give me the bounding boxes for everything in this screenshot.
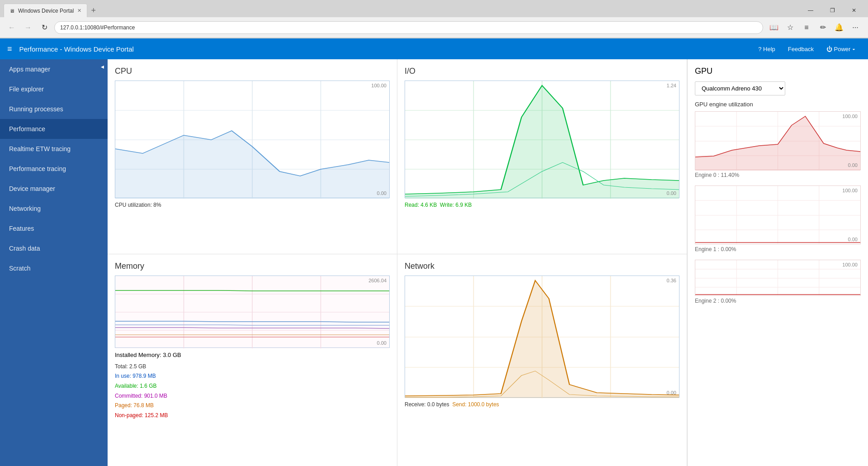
- power-button[interactable]: ⏻ Power ▾: [821, 44, 861, 54]
- gpu-engine-2-chart: 100.00: [695, 260, 861, 296]
- back-button[interactable]: ←: [5, 21, 18, 34]
- header-actions: ? Help Feedback ⏻ Power ▾: [753, 44, 861, 54]
- gpu-engine-1-svg: [695, 186, 860, 245]
- hub-button[interactable]: ≡: [799, 20, 814, 35]
- sidebar-item-apps-manager[interactable]: Apps manager: [0, 59, 108, 79]
- sidebar-item-device-manager[interactable]: Device manager: [0, 179, 108, 199]
- cpu-label: CPU utilization: 8%: [115, 202, 390, 208]
- network-max: 0.36: [667, 278, 676, 283]
- network-title: Network: [405, 262, 679, 271]
- gpu-title: GPU: [695, 67, 861, 76]
- help-button[interactable]: ? Help: [753, 44, 781, 54]
- gpu-engine-1-max: 100.00: [842, 188, 858, 193]
- gpu-engine-1: 100.00 0.00 Engine 1 : 0.00%: [695, 185, 861, 252]
- mem-committed: Committed: 901.0 MB: [115, 391, 390, 401]
- memory-title: Memory: [115, 262, 390, 271]
- app-header: ≡ Performance - Windows Device Portal ? …: [0, 38, 868, 59]
- network-label: Receive: 0.0 bytes Send: 1000.0 bytes: [405, 401, 679, 408]
- tab-favicon: 🖥: [9, 8, 14, 14]
- sidebar-item-crash-data[interactable]: Crash data: [0, 238, 108, 258]
- gpu-panel: GPU Qualcomm Adreno 430 GPU engine utili…: [687, 59, 868, 466]
- cpu-min: 0.00: [377, 190, 387, 196]
- io-read-label: Read: 4.6 KB: [405, 202, 437, 208]
- active-tab: 🖥 Windows Device Portal ✕: [4, 4, 87, 17]
- more-button[interactable]: ···: [848, 20, 863, 35]
- mem-available: Available: 1.6 GB: [115, 381, 390, 391]
- tab-title: Windows Device Portal: [18, 8, 74, 14]
- cpu-chart-svg: [115, 81, 389, 199]
- io-chart-svg: [405, 81, 679, 199]
- notifications-button[interactable]: 🔔: [832, 20, 846, 35]
- close-button[interactable]: ✕: [844, 4, 864, 17]
- io-min: 0.00: [667, 190, 676, 196]
- gpu-engine-0-chart: 100.00 0.00: [695, 111, 861, 170]
- svg-marker-27: [405, 281, 679, 398]
- tab-close-button[interactable]: ✕: [77, 8, 81, 14]
- network-receive-label: Receive: 0.0 bytes: [405, 401, 449, 408]
- mem-paged: Paged: 76.8 MB: [115, 401, 390, 411]
- forward-button[interactable]: →: [22, 21, 34, 34]
- refresh-button[interactable]: ↻: [38, 21, 51, 34]
- gpu-engine-2-label: Engine 2 : 0.00%: [695, 298, 861, 304]
- minimize-button[interactable]: —: [800, 4, 821, 17]
- web-note-button[interactable]: ✏: [816, 20, 830, 35]
- gpu-engine-0-min: 0.00: [848, 162, 858, 168]
- feedback-button[interactable]: Feedback: [783, 44, 819, 54]
- cpu-title: CPU: [115, 67, 390, 76]
- network-send-label: Send: 1000.0 bytes: [452, 401, 499, 408]
- app-title: Performance - Windows Device Portal: [19, 45, 746, 53]
- tab-bar: 🖥 Windows Device Portal ✕ + — ❐ ✕: [0, 0, 868, 17]
- installed-memory-label: Installed Memory: 3.0 GB: [115, 352, 390, 358]
- mem-nonpaged: Non-paged: 125.2 MB: [115, 411, 390, 421]
- sidebar-item-performance-tracing[interactable]: Performance tracing: [0, 159, 108, 179]
- network-chart: 0.36 0.00: [405, 276, 679, 398]
- memory-chart-svg: [115, 276, 389, 348]
- gpu-engine-1-min: 0.00: [848, 237, 858, 242]
- svg-marker-13: [405, 86, 679, 199]
- memory-panel: Memory 2606.04 0.00: [108, 254, 397, 466]
- network-panel: Network 0.36 0.00: [397, 254, 687, 466]
- url-input[interactable]: [54, 21, 763, 34]
- sidebar-item-features[interactable]: Features: [0, 219, 108, 238]
- memory-stats: Total: 2.5 GB In use: 978.9 MB Available…: [115, 362, 390, 421]
- sidebar-item-running-processes[interactable]: Running processes: [0, 99, 108, 119]
- cpu-chart: 100.00 0.00: [115, 81, 390, 198]
- sidebar-item-networking[interactable]: Networking: [0, 199, 108, 219]
- gpu-selector[interactable]: Qualcomm Adreno 430: [695, 81, 785, 95]
- io-chart: 1.24 0.00: [405, 81, 679, 198]
- performance-main: CPU 100.00 0.00: [108, 59, 687, 466]
- sidebar: ◂ Apps manager File explorer Running pro…: [0, 59, 108, 466]
- mem-total: Total: 2.5 GB: [115, 362, 390, 372]
- memory-max: 2606.04: [368, 278, 387, 283]
- io-panel: I/O 1.24 0.00: [397, 59, 687, 254]
- gpu-engine-0-label: Engine 0 : 11.40%: [695, 172, 861, 178]
- new-tab-button[interactable]: +: [87, 6, 99, 15]
- gpu-engine-utilization-title: GPU engine utilization: [695, 101, 861, 108]
- menu-button[interactable]: ≡: [7, 44, 12, 54]
- maximize-button[interactable]: ❐: [822, 4, 843, 17]
- sidebar-item-realtime-etw[interactable]: Realtime ETW tracing: [0, 139, 108, 159]
- content-area: CPU 100.00 0.00: [108, 59, 868, 466]
- io-max: 1.24: [667, 83, 676, 88]
- main-layout: ◂ Apps manager File explorer Running pro…: [0, 59, 868, 466]
- gpu-engine-2: 100.00 Engine 2 : 0.00%: [695, 260, 861, 304]
- io-title: I/O: [405, 67, 679, 76]
- reader-mode-button[interactable]: 📖: [767, 20, 781, 35]
- favorites-button[interactable]: ☆: [783, 20, 797, 35]
- browser-chrome: 🖥 Windows Device Portal ✕ + — ❐ ✕ ← → ↻ …: [0, 0, 868, 38]
- browser-actions: 📖 ☆ ≡ ✏ 🔔 ···: [767, 20, 863, 35]
- window-controls: — ❐ ✕: [800, 4, 864, 17]
- cpu-panel: CPU 100.00 0.00: [108, 59, 397, 254]
- gpu-engine-1-chart: 100.00 0.00: [695, 185, 861, 244]
- sidebar-item-scratch[interactable]: Scratch: [0, 258, 108, 278]
- gpu-engine-0: 100.00 0.00 Engine 0 : 11.40%: [695, 111, 861, 178]
- network-chart-svg: [405, 276, 679, 398]
- address-bar: ← → ↻ 📖 ☆ ≡ ✏ 🔔 ···: [0, 17, 868, 38]
- memory-chart: 2606.04 0.00: [115, 276, 390, 348]
- cpu-max: 100.00: [371, 83, 387, 88]
- sidebar-toggle[interactable]: ◂: [101, 63, 104, 70]
- sidebar-item-file-explorer[interactable]: File explorer: [0, 79, 108, 99]
- sidebar-item-performance[interactable]: Performance: [0, 119, 108, 139]
- memory-min: 0.00: [377, 340, 387, 346]
- mem-inuse: In use: 978.9 MB: [115, 371, 390, 381]
